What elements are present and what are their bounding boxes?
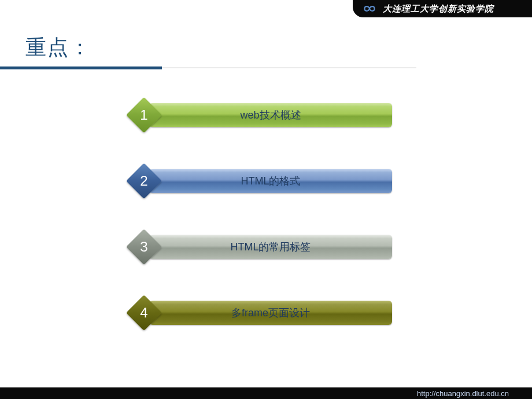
item-bar: 多frame页面设计 bbox=[149, 301, 392, 325]
title-section: 重点： bbox=[25, 34, 532, 70]
footer-bar: http://chuangxin.dlut.edu.cn bbox=[0, 387, 532, 399]
item-label: web技术概述 bbox=[240, 108, 301, 122]
item-number: 3 bbox=[126, 229, 162, 265]
slide-title: 重点： bbox=[25, 34, 532, 62]
footer-url: http://chuangxin.dlut.edu.cn bbox=[417, 389, 509, 398]
item-bar: web技术概述 bbox=[149, 103, 392, 127]
item-label: HTML的格式 bbox=[241, 174, 301, 188]
list-item-1: web技术概述 1 bbox=[126, 101, 392, 129]
infinity-logo-icon bbox=[360, 3, 379, 14]
list-item-2: HTML的格式 2 bbox=[126, 167, 392, 195]
item-number-badge: 2 bbox=[126, 163, 162, 199]
item-number-badge: 1 bbox=[126, 97, 162, 133]
item-number: 2 bbox=[126, 163, 162, 199]
list-item-4: 多frame页面设计 4 bbox=[126, 299, 392, 327]
header-org-name: 大连理工大学创新实验学院 bbox=[383, 3, 494, 14]
title-underline bbox=[0, 66, 393, 70]
header-bar: 大连理工大学创新实验学院 bbox=[353, 0, 532, 17]
item-number: 1 bbox=[126, 97, 162, 133]
item-number: 4 bbox=[126, 295, 162, 331]
item-number-badge: 3 bbox=[126, 229, 162, 265]
item-bar: HTML的格式 bbox=[149, 169, 392, 193]
item-label: HTML的常用标签 bbox=[231, 240, 311, 254]
item-label: 多frame页面设计 bbox=[231, 306, 310, 320]
item-bar: HTML的常用标签 bbox=[149, 235, 392, 259]
items-list: web技术概述 1 HTML的格式 2 HTML的常用标签 3 多frame页面… bbox=[126, 101, 392, 365]
item-number-badge: 4 bbox=[126, 295, 162, 331]
list-item-3: HTML的常用标签 3 bbox=[126, 233, 392, 261]
